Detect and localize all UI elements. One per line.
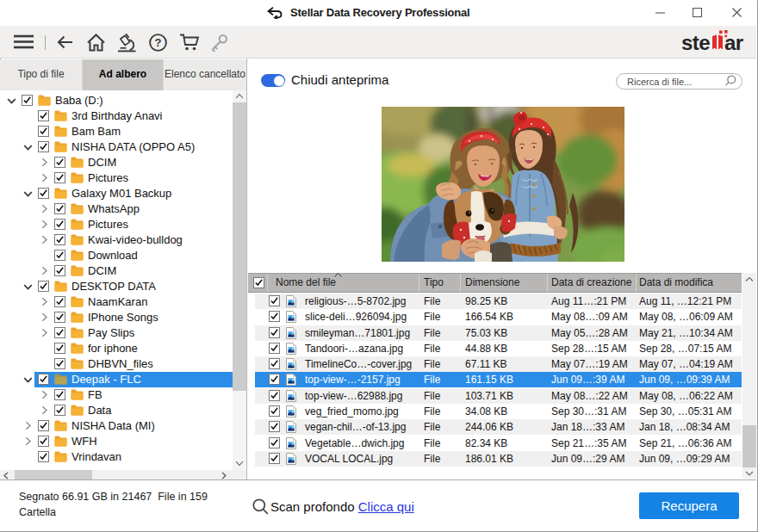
svg-text:?: ? <box>155 36 162 49</box>
